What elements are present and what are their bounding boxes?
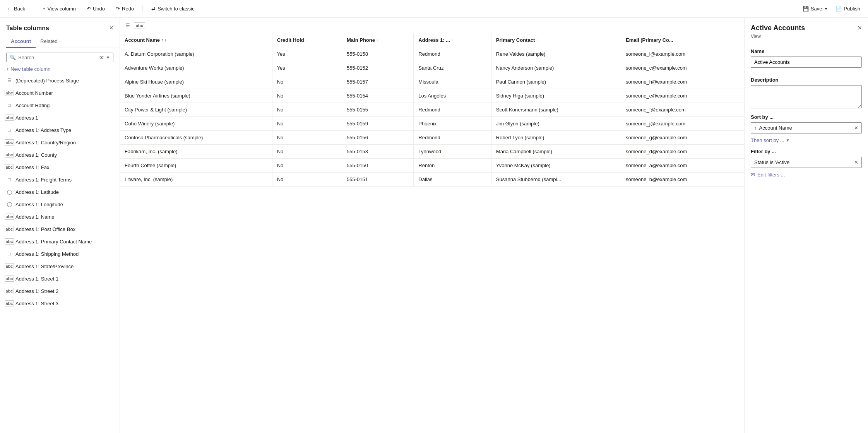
table-cell: someone_a@example.com [621,159,744,173]
sort-section: Sort by ... ↑ Account Name ✕ Then sort b… [745,114,868,149]
edit-filters-button[interactable]: ✉ Edit filters ... [751,171,785,178]
publish-icon: 📄 [835,6,842,12]
list-item[interactable]: ◯ Address 1: Longitude [0,198,120,211]
col-type-icon: □ [6,127,12,133]
table-cell: someone_i@example.com [621,47,744,61]
list-item[interactable]: abc Address 1: Street 2 [0,285,120,297]
table-cell: No [272,103,342,117]
list-item[interactable]: abc Account Number [0,87,120,99]
save-icon: 💾 [803,6,809,12]
table-cell: No [272,89,342,103]
sort-icon: ↓ [306,38,308,42]
sort-chip-remove[interactable]: ✕ [854,125,858,131]
tab-account[interactable]: Account [6,35,36,48]
description-textarea[interactable] [751,85,862,108]
table-row[interactable]: A. Datum Corporation (sample)Yes555-0158… [120,47,744,61]
list-item[interactable]: abc Address 1: Street 3 [0,297,120,310]
table-column-header[interactable]: Credit Hold ↓ [272,33,342,47]
table-cell: someone_c@example.com [621,61,744,75]
table-row[interactable]: City Power & Light (sample)No555-0155Red… [120,103,744,117]
list-item[interactable]: abc Address 1: State/Province [0,260,120,272]
undo-button[interactable]: ↶ Undo [84,4,107,13]
table-cell: 555-0152 [342,61,413,75]
table-column-header[interactable]: Address 1: ... ↓ [414,33,491,47]
right-panel-close-button[interactable]: × [858,24,862,32]
table-cell: 555-0153 [342,145,413,159]
table-row[interactable]: Alpine Ski House (sample)No555-0157Misso… [120,75,744,89]
new-column-button[interactable]: + New table column [0,64,120,74]
list-item[interactable]: ☰ (Deprecated) Process Stage [0,74,120,87]
table-cell: Phoenix [414,117,491,131]
redo-button[interactable]: ↷ Redo [113,4,136,13]
col-label: Address 1: Street 1 [15,276,58,282]
publish-button[interactable]: 📄 Publish [832,4,863,13]
list-item[interactable]: □ Address 1: Address Type [0,124,120,136]
then-sort-button[interactable]: Then sort by ... ▼ [751,137,790,144]
list-item[interactable]: abc Address 1: County [0,149,120,161]
table-column-header[interactable]: Main Phone ↓ [342,33,413,47]
list-item[interactable]: abc Address 1 [0,111,120,124]
sort-asc-icon: ↑ [754,125,757,131]
table-row[interactable]: Blue Yonder Airlines (sample)No555-0154L… [120,89,744,103]
name-input[interactable] [751,56,862,68]
list-item[interactable]: abc Address 1: Name [0,211,120,223]
abc-icon: abc [134,22,145,29]
col-type-icon: abc [6,115,12,121]
table-cell: Fourth Coffee (sample) [120,159,272,173]
table-cell: Maria Campbell (sample) [491,145,621,159]
table-cell: City Power & Light (sample) [120,103,272,117]
save-button[interactable]: 💾 Save ▼ [800,4,831,13]
list-item[interactable]: abc Address 1: Primary Contact Name [0,235,120,248]
filter-icon[interactable]: ✉ [99,55,104,60]
col-label: Address 1: Address Type [15,127,71,133]
table-cell: A. Datum Corporation (sample) [120,47,272,61]
table-cell: Yvonne McKay (sample) [491,159,621,173]
filter-dropdown-icon[interactable]: ▼ [106,55,110,60]
list-item[interactable]: ◯ Address 1: Latitude [0,186,120,198]
table-row[interactable]: Litware, Inc. (sample)No555-0151DallasSu… [120,173,744,187]
col-type-icon: abc [6,90,12,96]
search-input[interactable] [18,55,97,60]
table-cell: Litware, Inc. (sample) [120,173,272,187]
table-cell: Susanna Stubberod (sampl... [491,173,621,187]
back-button[interactable]: ← Back [5,4,27,13]
table-column-header[interactable]: Primary Contact ↓ [491,33,621,47]
table-column-header[interactable]: Email (Primary Co... ↓ [621,33,744,47]
table-cell: someone_g@example.com [621,131,744,145]
filter-chip-remove[interactable]: ✕ [854,159,858,165]
list-item[interactable]: abc Address 1: Country/Region [0,136,120,149]
view-column-icon: + [43,6,46,12]
table-row[interactable]: Contoso Pharmaceuticals (sample)No555-01… [120,131,744,145]
table-column-header[interactable]: Account Name ↑ ↓ [120,33,272,47]
sidebar-header: Table columns × [0,18,120,35]
col-type-icon: ☰ [6,77,12,84]
list-item[interactable]: □ Address 1: Freight Terms [0,173,120,186]
search-container: 🔍 ✉ ▼ [6,53,113,62]
list-item[interactable]: □ Account Rating [0,99,120,111]
list-item[interactable]: abc Address 1: Post Office Box [0,223,120,235]
sort-asc-icon: ↑ ↓ [161,38,166,42]
name-label: Name [751,48,862,54]
table-cell: No [272,75,342,89]
col-type-icon: abc [6,263,12,269]
table-cell: Blue Yonder Airlines (sample) [120,89,272,103]
table-cell: Los Angeles [414,89,491,103]
list-item[interactable]: abc Address 1: Street 1 [0,272,120,285]
table-cell: Fabrikam, Inc. (sample) [120,145,272,159]
col-type-icon: ◯ [6,201,12,207]
table-row[interactable]: Adventure Works (sample)Yes555-0152Santa… [120,61,744,75]
table-cell: Redmond [414,103,491,117]
list-item[interactable]: abc Address 1: Fax [0,161,120,173]
tab-related[interactable]: Related [36,35,62,48]
save-dropdown-icon[interactable]: ▼ [824,7,828,11]
switch-classic-button[interactable]: ⇄ Switch to classic [149,4,197,13]
table-row[interactable]: Fabrikam, Inc. (sample)No555-0153Lynnwoo… [120,145,744,159]
table-cell: 555-0157 [342,75,413,89]
table-row[interactable]: Fourth Coffee (sample)No555-0150RentonYv… [120,159,744,173]
sidebar-close-button[interactable]: × [109,24,113,32]
table-cell: someone_h@example.com [621,75,744,89]
view-column-button[interactable]: + View column [40,4,78,13]
list-item[interactable]: □ Address 1: Shipping Method [0,248,120,260]
toolbar: ← Back + View column ↶ Undo ↷ Redo ⇄ Swi… [0,0,868,18]
table-row[interactable]: Coho Winery (sample)No555-0159PhoenixJim… [120,117,744,131]
